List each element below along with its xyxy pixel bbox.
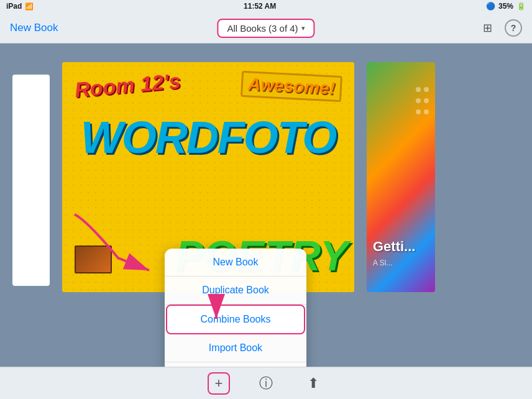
menu-item-import-book[interactable]: Import Book xyxy=(165,334,306,362)
new-book-nav-button[interactable]: New Book xyxy=(10,22,58,34)
book-right-thumbnail[interactable]: Getti... A Sl... xyxy=(367,62,435,292)
status-bar: iPad 📶 11:52 AM 🔵 35% 🔋 xyxy=(0,0,532,12)
wordfoto-text: WORDFOTO xyxy=(81,112,336,163)
grid-view-button[interactable]: ⊞ xyxy=(479,19,496,37)
menu-item-duplicate-book[interactable]: Duplicate Book xyxy=(165,277,306,305)
all-books-button[interactable]: All Books (3 of 4) ▾ xyxy=(217,19,314,38)
battery-label: 35% xyxy=(498,2,513,11)
menu-item-move-to-bookshelf[interactable]: Move to Bookshelf xyxy=(165,362,306,367)
share-button[interactable]: ⬆ xyxy=(302,372,324,395)
bottom-toolbar: + ⓘ ⬆ xyxy=(0,367,532,399)
nav-right-controls: ⊞ ? xyxy=(479,19,522,37)
menu-item-new-book[interactable]: New Book xyxy=(165,249,306,277)
battery-icon: 🔋 xyxy=(516,2,526,11)
add-button[interactable]: + xyxy=(208,372,230,395)
room-text: Room 12's xyxy=(74,69,181,103)
awesome-text: Awesome! xyxy=(241,71,342,102)
bluetooth-icon: 🔵 xyxy=(486,2,495,11)
main-content: Room 12's Awesome! WORDFOTO POETRY Getti… xyxy=(0,44,532,367)
book-right-title: Getti... xyxy=(373,239,415,255)
small-book-icon xyxy=(75,245,112,273)
all-books-label: All Books (3 of 4) xyxy=(227,23,298,34)
status-right: 🔵 35% 🔋 xyxy=(486,2,526,11)
nav-bar: New Book All Books (3 of 4) ▾ ⊞ ? xyxy=(0,12,532,44)
book-right-decoration xyxy=(416,87,429,114)
context-menu: New Book Duplicate Book Combine Books Im… xyxy=(165,249,306,367)
status-time: 11:52 AM xyxy=(244,2,276,11)
info-button[interactable]: ⓘ xyxy=(255,372,277,395)
device-label: iPad xyxy=(6,2,22,11)
book-right-subtitle: A Sl... xyxy=(373,259,392,267)
cover-top-row: Room 12's Awesome! xyxy=(62,73,354,99)
wifi-icon: 📶 xyxy=(25,2,34,11)
books-selector[interactable]: All Books (3 of 4) ▾ xyxy=(217,19,314,38)
book-left-thumbnail[interactable] xyxy=(12,75,50,286)
menu-item-combine-books[interactable]: Combine Books xyxy=(166,305,305,334)
help-button[interactable]: ? xyxy=(505,19,522,37)
dropdown-caret-icon: ▾ xyxy=(301,24,305,32)
status-left: iPad 📶 xyxy=(6,2,34,11)
